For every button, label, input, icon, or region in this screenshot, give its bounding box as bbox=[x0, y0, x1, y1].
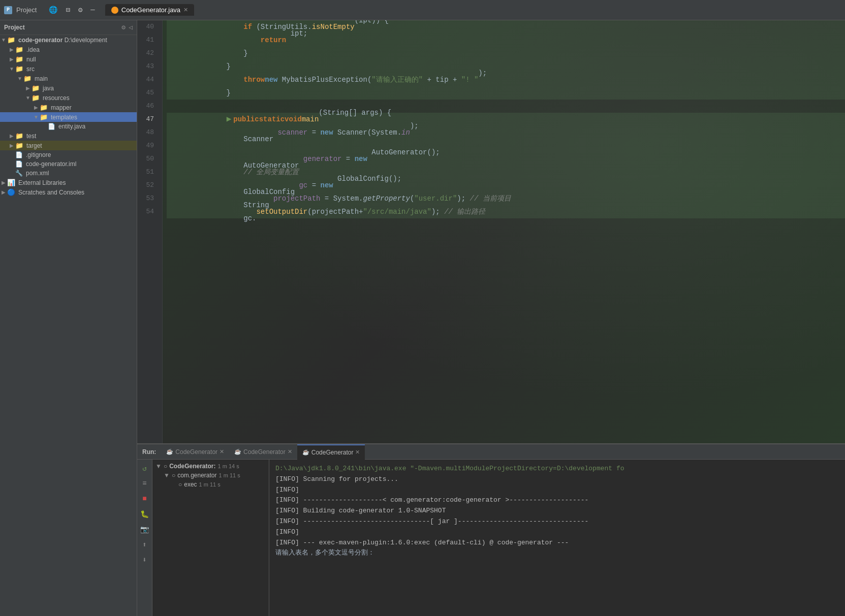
run-tab-close-2[interactable]: ✕ bbox=[288, 448, 292, 455]
tree-item-scratches[interactable]: ▶ 🔵 Scratches and Consoles bbox=[0, 187, 137, 197]
run-coverage-button[interactable]: 📷 bbox=[139, 524, 150, 535]
run-output[interactable]: D:\Java\jdk1.8.0_241\bin\java.exe "-Dmav… bbox=[269, 460, 845, 616]
kw-new-2: new bbox=[320, 126, 333, 139]
tree-item-entity-java[interactable]: ▶ 📄 entity.java bbox=[0, 122, 137, 131]
editor-tab-codegenerator[interactable]: CodeGenerator.java ✕ bbox=[105, 4, 194, 16]
code-line-54: gc.setOutputDir(projectPath+"/src/main/j… bbox=[167, 205, 845, 218]
test-folder-icon: 📁 bbox=[15, 132, 23, 140]
tree-item-resources[interactable]: ▼ 📁 resources bbox=[0, 93, 137, 103]
run-tree-com-gen[interactable]: ▼ ○ com.generator 1 m 11 s bbox=[152, 471, 269, 480]
tree-item-java[interactable]: ▶ 📁 java bbox=[0, 83, 137, 93]
editor-column: 40 41 42 43 44 45 46 47 48 49 50 51 52 5… bbox=[137, 20, 845, 616]
title-bar-left: P Project 🌐 ⊟ ⚙ — bbox=[4, 5, 97, 15]
tree-item-pom[interactable]: ▶ 🔧 pom.xml bbox=[0, 169, 137, 178]
settings-icon[interactable]: ⚙ bbox=[76, 5, 84, 15]
run-tree-com-label: com.generator bbox=[177, 472, 216, 479]
tree-item-code-generator[interactable]: ▼ 📁 code-generator D:\development bbox=[0, 35, 137, 45]
run-tab-label-2: CodeGenerator bbox=[243, 448, 286, 456]
code-content[interactable]: if (StringUtils.isNotEmpty(ipt)) { retur… bbox=[163, 20, 845, 443]
line-num-40: 40 bbox=[137, 20, 158, 34]
tree-label-scratches: Scratches and Consoles bbox=[18, 189, 84, 196]
tree-item-target[interactable]: ▶ 📁 target bbox=[0, 141, 137, 150]
run-tab-1[interactable]: ☕ CodeGenerator ✕ bbox=[161, 444, 229, 460]
output-line-building: [INFO] Building code-generator 1.0-SNAPS… bbox=[275, 506, 839, 516]
system-in: in bbox=[401, 126, 410, 139]
run-debug-button[interactable]: 🐛 bbox=[139, 508, 150, 520]
tree-label-mapper: mapper bbox=[51, 104, 72, 111]
idea-folder-icon: 📁 bbox=[15, 46, 23, 53]
run-timer-root: 1 m 14 s bbox=[218, 463, 239, 469]
code-line-53: String projectPath = System.getProperty(… bbox=[167, 192, 845, 205]
output-line-prompt: 请输入表名，多个英文逗号分割： bbox=[275, 548, 839, 559]
editor-tab-label: CodeGenerator.java bbox=[121, 6, 180, 14]
run-tree-expand-exec: ▶ bbox=[172, 481, 176, 488]
comment-output: // 输出路径 bbox=[444, 205, 485, 218]
run-tree-root[interactable]: ▼ ○ CodeGenerator: 1 m 14 s bbox=[152, 462, 269, 471]
run-spinner-com: ○ bbox=[172, 472, 175, 479]
tree-item-mapper[interactable]: ▶ 📁 mapper bbox=[0, 103, 137, 112]
code-editor[interactable]: 40 41 42 43 44 45 46 47 48 49 50 51 52 5… bbox=[137, 20, 845, 443]
line-num-47: 47 bbox=[137, 113, 158, 126]
run-import-button[interactable]: ⬇ bbox=[139, 554, 150, 565]
run-expand-button[interactable]: ≡ bbox=[139, 478, 150, 489]
line-num-49: 49 bbox=[137, 139, 158, 152]
tree-label-src: src bbox=[26, 66, 35, 73]
tree-arrow-resources: ▼ bbox=[24, 95, 32, 101]
tree-item-src[interactable]: ▼ 📁 src bbox=[0, 64, 137, 74]
tree-arrow: ▼ bbox=[0, 37, 7, 43]
layout-icon[interactable]: ⊟ bbox=[64, 5, 72, 15]
str-exclaim: "! " bbox=[461, 73, 479, 86]
run-tab-close-1[interactable]: ✕ bbox=[220, 448, 224, 455]
run-tab-3[interactable]: ☕ CodeGenerator ✕ bbox=[297, 444, 365, 460]
line-num-44: 44 bbox=[137, 73, 158, 86]
tree-label-resources: resources bbox=[43, 94, 70, 102]
tree-label-templates: templates bbox=[51, 114, 77, 121]
sidebar-header: Project ⚙ ◁ bbox=[0, 20, 137, 35]
java-folder-icon: 📁 bbox=[32, 84, 40, 92]
kw-return: return bbox=[261, 34, 286, 47]
line-num-51: 51 bbox=[137, 166, 158, 179]
tree-arrow-idea: ▶ bbox=[8, 47, 15, 52]
output-line-cmd: D:\Java\jdk1.8.0_241\bin\java.exe "-Dmav… bbox=[275, 464, 839, 474]
tree-item-iml[interactable]: ▶ 📄 code-generator.iml bbox=[0, 159, 137, 169]
str-userdir: "user.dir" bbox=[414, 192, 457, 205]
resources-folder-icon: 📁 bbox=[32, 94, 40, 102]
file-tree[interactable]: ▼ 📁 code-generator D:\development ▶ 📁 .i… bbox=[0, 35, 137, 616]
tree-item-ext-libs[interactable]: ▶ 📊 External Libraries bbox=[0, 178, 137, 187]
tree-arrow-target: ▶ bbox=[8, 143, 15, 148]
run-label: Run: bbox=[137, 448, 161, 456]
sidebar-hide-icon[interactable]: ◁ bbox=[129, 23, 133, 31]
run-tab-icon-1: ☕ bbox=[166, 448, 173, 455]
sidebar-gear-icon[interactable]: ⚙ bbox=[121, 23, 126, 31]
run-stop-button[interactable]: ■ bbox=[139, 493, 150, 504]
tree-item-templates[interactable]: ▼ 📁 templates bbox=[0, 112, 137, 122]
tab-close-button[interactable]: ✕ bbox=[183, 7, 188, 13]
minimize-icon[interactable]: — bbox=[88, 5, 97, 15]
run-tree[interactable]: ▼ ○ CodeGenerator: 1 m 14 s ▼ ○ com.gene… bbox=[152, 460, 269, 616]
run-restart-button[interactable]: ↺ bbox=[139, 463, 150, 474]
run-tree-exec-label: exec bbox=[184, 481, 197, 488]
tree-label-ext-libs: External Libraries bbox=[18, 179, 66, 186]
code-line-42: } bbox=[167, 47, 845, 60]
tree-item-null[interactable]: ▶ 📁 null bbox=[0, 54, 137, 64]
tree-item-gitignore[interactable]: ▶ 📄 .gitignore bbox=[0, 150, 137, 159]
run-tree-exec[interactable]: ▶ ○ exec 1 m 11 s bbox=[152, 480, 269, 489]
tree-item-idea[interactable]: ▶ 📁 .idea bbox=[0, 45, 137, 54]
run-tree-expand-com: ▼ bbox=[164, 472, 170, 479]
run-timer-exec: 1 m 11 s bbox=[199, 481, 221, 488]
run-tab-close-3[interactable]: ✕ bbox=[355, 449, 360, 456]
tree-arrow-ext: ▶ bbox=[0, 180, 7, 185]
tree-label-null: null bbox=[26, 56, 36, 63]
template-file-icon: 📄 bbox=[48, 123, 55, 130]
tree-item-main[interactable]: ▼ 📁 main bbox=[0, 74, 137, 83]
str-chinese: "请输入正确的" bbox=[371, 73, 423, 86]
run-tab-2[interactable]: ☕ CodeGenerator ✕ bbox=[229, 444, 297, 460]
method-setoutput: setOutputDir bbox=[256, 205, 307, 218]
kw-void: void bbox=[285, 113, 302, 126]
line-numbers: 40 41 42 43 44 45 46 47 48 49 50 51 52 5… bbox=[137, 20, 163, 443]
tree-arrow-null: ▶ bbox=[8, 56, 15, 62]
output-line-info3: [INFO] bbox=[275, 527, 839, 538]
run-update-button[interactable]: ⬆ bbox=[139, 539, 150, 550]
tree-item-test[interactable]: ▶ 📁 test bbox=[0, 131, 137, 141]
globe-icon[interactable]: 🌐 bbox=[47, 5, 59, 15]
